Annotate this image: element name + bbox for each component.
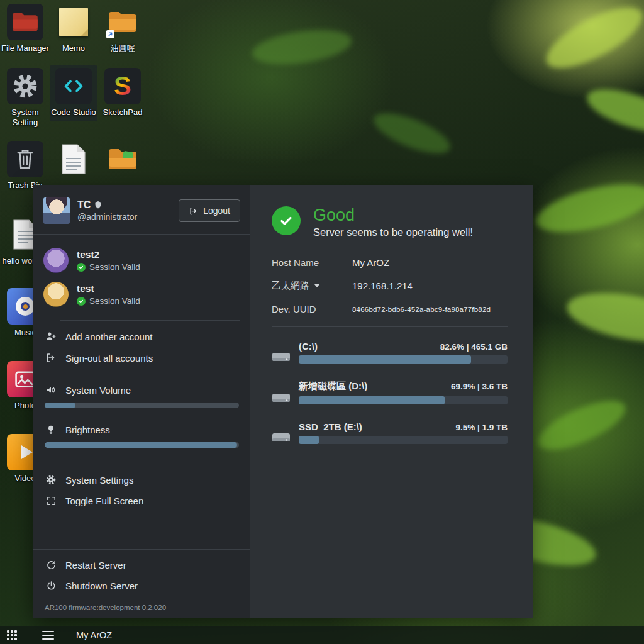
signout-all-item[interactable]: Sign-out all accounts xyxy=(33,347,250,369)
toggle-fullscreen-item[interactable]: Toggle Full Screen xyxy=(33,491,250,511)
desktop-icon-memo[interactable]: Memo xyxy=(50,4,97,53)
brightness-slider[interactable] xyxy=(45,442,239,448)
chevron-down-icon xyxy=(314,284,319,287)
status-check-icon xyxy=(272,206,301,235)
trash-icon xyxy=(7,141,43,177)
leaf-shape xyxy=(531,175,644,242)
drive-icon xyxy=(272,351,291,364)
leaf-shape xyxy=(532,391,631,460)
brightness-fill xyxy=(45,442,237,448)
user-status-panel: TC @administrator Logout test2 xyxy=(33,185,533,618)
brightness-item: Brightness xyxy=(33,419,250,440)
divider xyxy=(272,326,508,327)
add-account-item[interactable]: Add another account xyxy=(33,326,250,347)
account-name: test xyxy=(77,283,140,294)
avatar xyxy=(43,282,69,307)
network-selector[interactable]: 乙太網路 xyxy=(272,280,352,292)
icon-label: Photo xyxy=(14,401,36,411)
disk-name: SSD_2TB (E:\) xyxy=(299,421,362,432)
disk-usage-fill xyxy=(299,396,445,404)
accounts-list: test2 Session Valid test xyxy=(33,235,250,320)
account-actions: Add another account Sign-out all account… xyxy=(33,321,250,374)
volume-fill xyxy=(45,402,75,408)
desktop-icon-trash[interactable]: Trash Bin xyxy=(1,141,49,191)
menu-label: Shutdown Server xyxy=(65,580,138,591)
firmware-version: AR100 firmware:development 0.2.020 xyxy=(33,601,250,618)
system-controls: System Volume Brightness xyxy=(33,374,250,464)
icon-label: Memo xyxy=(62,43,85,53)
taskbar: My ArOZ xyxy=(0,626,644,644)
account-name: test2 xyxy=(77,249,140,260)
icon-label: File Manager xyxy=(1,43,49,53)
menu-label: Add another account xyxy=(65,331,152,342)
leaf-shape xyxy=(538,0,644,79)
leaf-shape xyxy=(369,105,455,161)
disk-usage-bar xyxy=(299,355,508,364)
lightbulb-icon xyxy=(45,424,57,435)
menu-label: System Volume xyxy=(65,385,131,396)
gear-icon xyxy=(7,68,43,104)
icon-label: System Setting xyxy=(1,108,49,127)
taskbar-title: My ArOZ xyxy=(76,630,112,640)
session-status: Session Valid xyxy=(89,262,140,272)
desktop-icon-code-studio[interactable]: Code Studio xyxy=(50,65,97,121)
shutdown-server-item[interactable]: Shutdown Server xyxy=(33,575,250,596)
uuid-row: Dev. UUID 8466bd72-bdb6-452a-abc9-fa98a7… xyxy=(272,304,508,314)
settings-actions: System Settings Toggle Full Screen xyxy=(33,464,250,516)
menu-label: Toggle Full Screen xyxy=(65,496,143,506)
uuid-value: 8466bd72-bdb6-452a-abc9-fa98a77fb82d xyxy=(352,306,491,313)
memo-icon xyxy=(55,4,92,40)
desktop-icon-document[interactable] xyxy=(50,141,97,180)
sign-out-icon xyxy=(45,352,57,364)
server-status-panel: Good Server seems to be operating well! … xyxy=(250,185,533,618)
restart-icon xyxy=(45,560,57,570)
icon-label: SketchPad xyxy=(103,108,143,118)
user-header: TC @administrator Logout xyxy=(33,185,250,234)
host-value: My ArOZ xyxy=(352,257,389,268)
folder-shortcut-icon xyxy=(104,4,141,40)
disk-usage: 9.5% | 1.9 TB xyxy=(455,423,508,432)
check-icon xyxy=(77,263,86,272)
volume-slider[interactable] xyxy=(45,402,239,408)
menu-label: System Settings xyxy=(65,475,133,486)
session-status: Session Valid xyxy=(89,296,140,306)
system-settings-item[interactable]: System Settings xyxy=(33,469,250,491)
check-icon xyxy=(77,297,86,306)
disk-usage: 82.6% | 465.1 GB xyxy=(440,342,508,352)
shield-icon xyxy=(94,201,102,209)
host-label: Host Name xyxy=(272,257,352,268)
disk-usage-fill xyxy=(299,436,319,444)
menu-button[interactable] xyxy=(35,626,61,644)
menu-label: Sign-out all accounts xyxy=(65,353,153,364)
disk-row: 新增磁碟區 (D:\) 69.9% | 3.6 TB xyxy=(272,380,508,404)
icon-label: Video xyxy=(14,474,35,484)
leaf-shape xyxy=(582,80,644,141)
shortcut-arrow-icon xyxy=(106,30,114,38)
apps-grid-icon xyxy=(7,630,17,640)
desktop-icon-file-manager[interactable]: File Manager xyxy=(1,4,49,53)
desktop-icon-system-setting[interactable]: System Setting xyxy=(1,68,49,127)
logout-label: Logout xyxy=(203,206,230,216)
hamburger-icon xyxy=(42,631,54,640)
desktop-icon-folder-green[interactable] xyxy=(99,141,147,180)
avatar xyxy=(43,197,70,224)
restart-server-item[interactable]: Restart Server xyxy=(33,555,250,575)
desktop-icon-folder-shortcut[interactable]: 油圓喔 xyxy=(99,4,147,53)
desktop-icon-sketchpad[interactable]: S SketchPad xyxy=(99,68,147,118)
folder-green-icon xyxy=(104,141,141,177)
person-plus-icon xyxy=(45,331,57,342)
server-info: Host Name My ArOZ 乙太網路 192.168.1.214 Dev… xyxy=(272,257,508,314)
app-launcher-button[interactable] xyxy=(0,626,24,644)
code-studio-icon xyxy=(55,68,92,104)
account-row[interactable]: test2 Session Valid xyxy=(43,243,240,277)
account-row[interactable]: test Session Valid xyxy=(43,277,240,311)
power-actions: Restart Server Shutdown Server AR100 fir… xyxy=(33,549,250,618)
disk-name: (C:\) xyxy=(299,341,318,352)
fullscreen-icon xyxy=(45,496,57,506)
network-row: 乙太網路 192.168.1.214 xyxy=(272,280,508,292)
drive-icon xyxy=(272,431,291,444)
leaf-shape xyxy=(250,25,353,70)
icon-label: 油圓喔 xyxy=(111,43,135,53)
logout-button[interactable]: Logout xyxy=(179,199,240,222)
icon-label: Code Studio xyxy=(51,108,96,118)
